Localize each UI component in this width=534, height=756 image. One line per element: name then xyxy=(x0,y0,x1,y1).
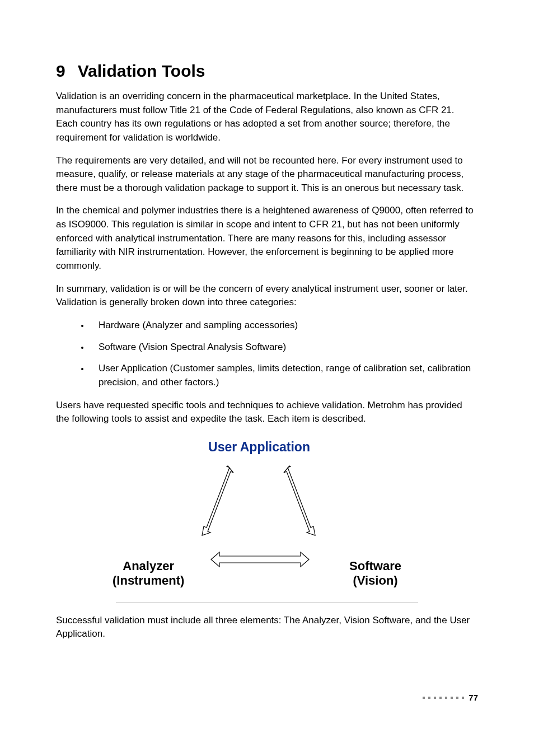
arrows-svg xyxy=(116,442,418,599)
list-item: Hardware (Analyzer and sampling accessor… xyxy=(90,319,478,333)
chapter-number: 9 xyxy=(56,62,65,80)
body-paragraph: In summary, validation is or will be the… xyxy=(56,282,478,310)
body-paragraph: Successful validation must include all t… xyxy=(56,614,478,641)
chapter-heading: 9Validation Tools xyxy=(56,62,478,81)
svg-marker-2 xyxy=(211,552,309,567)
document-page: 9Validation Tools Validation is an overr… xyxy=(0,0,534,756)
svg-marker-0 xyxy=(202,466,233,535)
bullet-list: Hardware (Analyzer and sampling accessor… xyxy=(56,319,478,390)
footer-dots-icon xyxy=(423,697,464,699)
body-paragraph: In the chemical and polymer industries t… xyxy=(56,204,478,273)
page-footer: 77 xyxy=(423,693,478,702)
body-paragraph: The requirements are very detailed, and … xyxy=(56,154,478,195)
body-paragraph: Users have requested specific tools and … xyxy=(56,399,478,426)
svg-marker-1 xyxy=(284,466,315,535)
page-number: 77 xyxy=(469,693,478,702)
list-item: User Application (Customer samples, limi… xyxy=(90,362,478,389)
diagram-divider xyxy=(116,602,418,603)
chapter-title: Validation Tools xyxy=(78,62,205,80)
validation-diagram: User Application Analyzer (Instrument) S… xyxy=(116,442,418,603)
body-paragraph: Validation is an overriding concern in t… xyxy=(56,90,478,145)
list-item: Software (Vision Spectral Analysis Softw… xyxy=(90,340,478,354)
